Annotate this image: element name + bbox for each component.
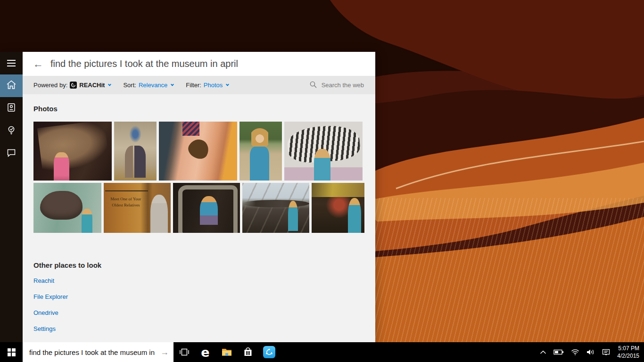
wifi-icon[interactable] bbox=[571, 349, 579, 355]
photo-thumbnail[interactable] bbox=[159, 122, 237, 181]
cortana-sidebar bbox=[0, 52, 23, 342]
file-explorer-button[interactable] bbox=[216, 342, 237, 362]
sort-dropdown[interactable]: Relevance bbox=[139, 82, 167, 89]
sidebar-item-notebook[interactable] bbox=[0, 97, 23, 120]
cortana-main: ← find the pictures I took at the museum… bbox=[23, 52, 375, 342]
provider-dropdown[interactable]: REACHit bbox=[79, 82, 105, 89]
taskbar-app-icons: e bbox=[173, 342, 280, 362]
chat-icon bbox=[6, 148, 17, 160]
query-text: find the pictures I took at the museum i… bbox=[50, 58, 238, 69]
taskbar: find the pictures I took at the museum i… bbox=[0, 342, 644, 362]
sidebar-item-reminders[interactable] bbox=[0, 120, 23, 142]
results-toolbar: Powered by: REACHit Sort: Relevance Filt… bbox=[23, 76, 375, 94]
edge-icon: e bbox=[201, 346, 209, 359]
action-center-icon[interactable] bbox=[602, 349, 610, 356]
reachit-logo-icon bbox=[70, 82, 77, 89]
photo-thumbnail[interactable] bbox=[33, 122, 112, 181]
other-places-title: Other places to look bbox=[33, 261, 364, 269]
photo-thumbnail[interactable] bbox=[312, 183, 364, 233]
system-tray: 5:07 PM 4/2/2015 bbox=[540, 342, 644, 362]
shareit-button[interactable] bbox=[258, 342, 280, 362]
chevron-down-icon[interactable] bbox=[108, 83, 111, 86]
web-search-placeholder: Search the web bbox=[322, 82, 364, 89]
clock-time: 5:07 PM bbox=[617, 345, 639, 352]
windows-logo-icon bbox=[8, 348, 16, 356]
canyon-striations bbox=[371, 198, 644, 362]
filter-group: Filter: Photos bbox=[186, 82, 229, 89]
hamburger-icon bbox=[7, 60, 16, 66]
cortana-panel: ← find the pictures I took at the museum… bbox=[0, 52, 373, 342]
web-search-box[interactable]: Search the web bbox=[309, 81, 364, 90]
volume-icon[interactable] bbox=[586, 349, 595, 355]
store-icon bbox=[242, 346, 254, 358]
sidebar-item-home[interactable] bbox=[0, 74, 23, 97]
photo-thumbnail[interactable] bbox=[114, 122, 157, 181]
lightbulb-check-icon bbox=[6, 125, 17, 137]
sort-label: Sort: bbox=[123, 82, 136, 89]
taskbar-clock[interactable]: 5:07 PM 4/2/2015 bbox=[617, 345, 639, 360]
photo-thumbnail[interactable] bbox=[284, 122, 363, 181]
query-header: ← find the pictures I took at the museum… bbox=[23, 52, 375, 76]
photo-grid-row-2: Meet One of Your Oldest Relatives bbox=[33, 183, 364, 233]
taskbar-search-field[interactable]: find the pictures I took at the museum i… bbox=[23, 342, 173, 362]
other-places-section: Other places to look Reachit File Explor… bbox=[33, 261, 364, 332]
sidebar-item-feedback[interactable] bbox=[0, 142, 23, 165]
filter-dropdown[interactable]: Photos bbox=[204, 82, 223, 89]
menu-button[interactable] bbox=[0, 52, 23, 74]
photo-grid-row-1 bbox=[33, 122, 364, 181]
photo-thumbnail[interactable] bbox=[173, 183, 240, 233]
photo-thumbnail[interactable] bbox=[239, 122, 282, 181]
powered-by-group: Powered by: REACHit bbox=[33, 82, 111, 89]
photo-thumbnail[interactable] bbox=[33, 183, 101, 233]
chevron-down-icon[interactable] bbox=[171, 83, 174, 86]
chevron-down-icon[interactable] bbox=[226, 83, 229, 86]
submit-arrow-icon[interactable]: → bbox=[160, 348, 169, 356]
shareit-icon bbox=[263, 346, 275, 358]
taskbar-search-value: find the pictures I took at the museum i… bbox=[29, 348, 157, 356]
notebook-icon bbox=[6, 102, 17, 115]
start-button[interactable] bbox=[0, 342, 23, 362]
photo-thumbnail[interactable]: Meet One of Your Oldest Relatives bbox=[104, 183, 171, 233]
home-icon bbox=[6, 79, 17, 92]
clock-date: 4/2/2015 bbox=[617, 352, 639, 360]
search-icon bbox=[309, 81, 317, 90]
chevron-up-icon[interactable] bbox=[540, 350, 546, 354]
other-place-link-onedrive[interactable]: Onedrive bbox=[33, 309, 58, 316]
store-button[interactable] bbox=[237, 342, 258, 362]
sort-group: Sort: Relevance bbox=[123, 82, 173, 89]
folder-icon bbox=[221, 346, 233, 358]
other-place-link-settings[interactable]: Settings bbox=[33, 325, 56, 332]
results-content: Photos Meet One of Your Oldest Relatives… bbox=[23, 94, 375, 342]
museum-sign-text: Meet One of Your Oldest Relatives bbox=[106, 196, 146, 209]
other-place-link-file-explorer[interactable]: File Explorer bbox=[33, 293, 68, 300]
task-view-button[interactable] bbox=[173, 342, 195, 362]
powered-by-label: Powered by: bbox=[33, 82, 67, 89]
battery-icon[interactable] bbox=[553, 349, 564, 355]
back-arrow-icon[interactable]: ← bbox=[33, 59, 43, 69]
filter-label: Filter: bbox=[186, 82, 201, 89]
other-place-link-reachit[interactable]: Reachit bbox=[33, 277, 54, 284]
edge-button[interactable]: e bbox=[195, 342, 216, 362]
photos-section-title: Photos bbox=[33, 105, 364, 113]
photo-thumbnail[interactable] bbox=[242, 183, 309, 233]
